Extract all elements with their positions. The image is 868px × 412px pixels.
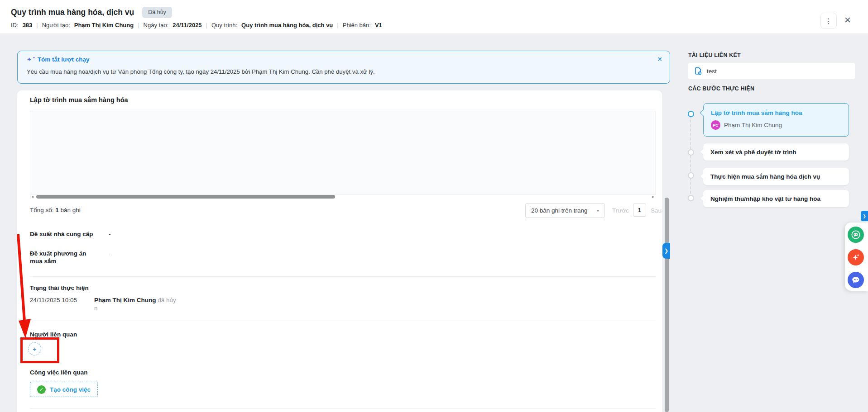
field-supplier-proposal: Đề xuất nhà cung cấp -	[30, 230, 111, 238]
vertical-scrollbar-thumb[interactable]	[665, 198, 669, 412]
meta-row: ID:383 | Người tạo:Phạm Thị Kim Chung | …	[11, 22, 382, 28]
field-value: -	[109, 230, 111, 238]
field-value: -	[109, 250, 111, 265]
step-item-3[interactable]: Thực hiện mua sắm hàng hóa dịch vụ	[703, 168, 849, 185]
field-label: Đề xuất nhà cung cấp	[30, 230, 109, 238]
chevron-right-icon: ❯	[863, 214, 866, 218]
close-modal-icon[interactable]: ✕	[844, 16, 851, 24]
assignee-row: PC Phạm Thị Kim Chung	[711, 120, 841, 130]
prev-page-button[interactable]: Trước	[612, 207, 629, 214]
total-unit: bản ghi	[61, 207, 81, 213]
summary-close-icon[interactable]: ✕	[657, 56, 662, 62]
status-section-title: Trạng thái thực hiện	[30, 284, 89, 291]
linked-documents-title: TÀI LIỆU LIÊN KẾT	[688, 52, 741, 58]
run-summary-text: Yêu cầu mua hàng hóa/dịch vụ từ Văn phòn…	[27, 68, 375, 75]
hscroll-left-arrow[interactable]: ◂	[31, 194, 34, 199]
meta-created-value: 24/11/2025	[173, 22, 201, 28]
support-chat-icon	[851, 230, 861, 240]
support-chat-button[interactable]	[848, 227, 864, 243]
steps-title: CÁC BƯỚC THỰC HIỆN	[688, 85, 754, 92]
step-label: Lập tờ trình mua sắm hàng hóa	[711, 109, 841, 116]
page-size-select[interactable]: 20 bản ghi trên trang ▾	[525, 203, 605, 218]
title-row: Quy trình mua hàng hóa, dịch vụ Đã hủy	[11, 7, 172, 18]
create-task-label: Tạo công việc	[50, 386, 91, 393]
run-summary-title: Tóm tắt lượt chạy	[38, 56, 90, 63]
status-action-wrap: n	[94, 305, 98, 312]
hscroll-right-arrow[interactable]: ▸	[652, 194, 654, 199]
field-purchase-plan: Đề xuất phương án mua sắm -	[30, 250, 111, 265]
horizontal-scrollbar-thumb[interactable]	[36, 195, 335, 199]
related-people-title: Người liên quan	[30, 331, 77, 338]
step-item-2[interactable]: Xem xét và phê duyệt tờ trình	[703, 143, 849, 161]
meta-separator: |	[36, 22, 38, 28]
step-detail-title: Lập tờ trình mua sắm hàng hóa	[30, 96, 128, 104]
ai-assistant-button[interactable]	[848, 249, 864, 265]
create-task-button[interactable]: ✓ Tạo công việc	[30, 382, 98, 397]
step-item-1[interactable]: Lập tờ trình mua sắm hàng hóa PC Phạm Th…	[703, 103, 849, 137]
related-tasks-title: Công việc liên quan	[30, 369, 88, 376]
status-badge: Đã hủy	[142, 7, 172, 18]
run-summary-box: ✦ ✦ Tóm tắt lượt chạy ✕ Yêu cầu mua hàng…	[17, 51, 670, 84]
process-run-modal: Quy trình mua hàng hóa, dịch vụ Đã hủy I…	[0, 0, 868, 412]
widget-expand-tab[interactable]: ❯	[861, 211, 868, 221]
step-label: Thực hiện mua sắm hàng hóa dịch vụ	[710, 173, 820, 180]
chevron-right-icon: ❯	[664, 248, 668, 254]
step-item-4[interactable]: Nghiệm thu/nhập kho vật tư hàng hóa	[703, 190, 849, 207]
divider	[30, 408, 656, 409]
step-dot-4[interactable]	[688, 195, 694, 201]
step-label: Xem xét và phê duyệt tờ trình	[710, 149, 796, 156]
total-label: Tổng số:	[30, 207, 54, 213]
current-page-button[interactable]: 1	[633, 204, 646, 217]
status-timestamp: 24/11/2025 10:05	[30, 297, 77, 303]
page-title: Quy trình mua hàng hóa, dịch vụ	[11, 8, 134, 17]
plus-icon: +	[33, 345, 37, 353]
status-action: đã hủy	[158, 297, 176, 303]
meta-version-label: Phiên bản:	[343, 22, 371, 28]
linked-document-item[interactable]: test	[688, 63, 855, 79]
modal-header: Quy trình mua hàng hóa, dịch vụ Đã hủy I…	[0, 0, 868, 34]
assignee-name: Phạm Thị Kim Chung	[724, 122, 782, 128]
sparkle-small-icon: ✦	[33, 56, 35, 59]
records-table-area	[30, 111, 656, 195]
step-label: Nghiệm thu/nhập kho vật tư hàng hóa	[710, 195, 820, 202]
add-person-button[interactable]: +	[28, 342, 41, 355]
meta-id-value: 383	[23, 22, 33, 28]
run-summary-title-row: ✦ ✦ Tóm tắt lượt chạy	[27, 56, 89, 63]
check-icon: ✓	[39, 387, 43, 393]
divider	[30, 321, 656, 321]
meta-process-value: Quy trình mua hàng hóa, dịch vụ	[241, 22, 333, 28]
status-actor: Phạm Thị Kim Chung	[94, 297, 156, 303]
meta-separator: |	[337, 22, 338, 28]
meta-process-label: Quy trình:	[211, 22, 237, 28]
meta-creator-value: Phạm Thị Kim Chung	[74, 22, 134, 28]
total-value: 1	[55, 207, 59, 213]
next-page-button[interactable]: Sau	[651, 207, 662, 214]
page-size-value: 20 bản ghi trên trang	[531, 207, 588, 214]
step-dot-1[interactable]	[688, 111, 694, 117]
sparkle-icon	[851, 252, 861, 262]
steps-timeline-connector	[690, 115, 691, 198]
chat-button[interactable]	[848, 272, 864, 288]
field-label: Đề xuất phương án mua sắm	[30, 250, 109, 265]
card-expand-tab[interactable]: ❯	[662, 243, 670, 259]
meta-separator: |	[206, 22, 207, 28]
meta-created-label: Ngày tạo:	[144, 22, 169, 28]
step-dot-3[interactable]	[688, 172, 694, 179]
sparkle-icon: ✦	[27, 57, 32, 62]
kebab-icon: ⋮	[825, 17, 832, 25]
step-dot-2[interactable]	[688, 149, 694, 156]
check-circle-icon: ✓	[37, 385, 46, 394]
total-records: Tổng số: 1 bản ghi	[30, 207, 81, 213]
status-entry: Phạm Thị Kim Chung đã hủy n	[94, 296, 176, 313]
meta-version-value: V1	[375, 22, 382, 28]
more-actions-button[interactable]: ⋮	[820, 13, 837, 29]
document-name: test	[707, 68, 717, 75]
meta-creator-label: Người tạo:	[42, 22, 70, 28]
meta-id-label: ID:	[11, 22, 19, 28]
avatar: PC	[711, 120, 720, 130]
chat-bubble-icon	[851, 275, 861, 285]
divider	[30, 276, 656, 277]
caret-down-icon: ▾	[597, 208, 599, 213]
meta-separator: |	[138, 22, 139, 28]
document-link-icon	[694, 67, 702, 75]
